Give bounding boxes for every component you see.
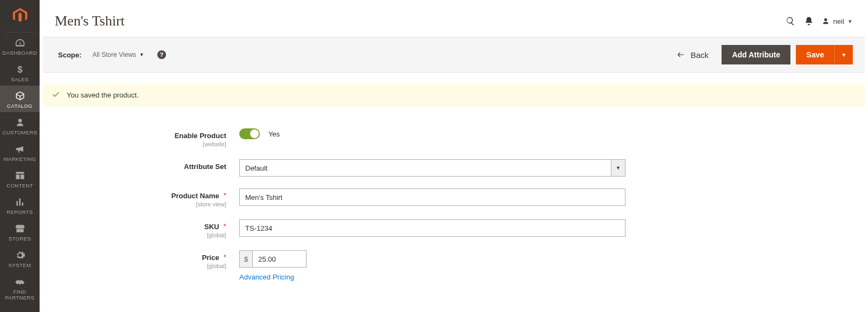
price-input[interactable] <box>252 250 307 268</box>
enable-product-value: Yes <box>269 130 280 138</box>
sidebar-item-customers[interactable]: CUSTOMERS <box>0 112 40 139</box>
sidebar-label: CATALOG <box>7 103 33 109</box>
magento-logo-icon <box>12 7 28 23</box>
scope-help-icon[interactable]: ? <box>157 50 166 59</box>
store-icon <box>15 223 25 235</box>
sidebar-item-dashboard[interactable]: DASHBOARD <box>0 32 40 59</box>
attribute-set-value: Default <box>239 159 611 177</box>
sidebar-item-content[interactable]: CONTENT <box>0 165 40 192</box>
sidebar-item-reports[interactable]: REPORTS <box>0 192 40 218</box>
sidebar-label: STORES <box>9 236 31 242</box>
page-title: Men's Tshirt <box>55 13 781 29</box>
page-header: Men's Tshirt neil ▼ <box>40 0 868 37</box>
success-message: You saved the product. <box>43 83 865 107</box>
required-star: * <box>224 222 226 230</box>
bar-chart-icon <box>15 196 25 208</box>
user-icon <box>821 17 830 25</box>
handshake-icon <box>15 276 25 288</box>
price-currency: $ <box>239 250 252 268</box>
sidebar-item-system[interactable]: SYSTEM <box>0 245 40 271</box>
save-button[interactable]: Save <box>796 45 834 64</box>
sidebar-label: SALES <box>11 76 29 82</box>
action-bar: Scope: All Store Views ▼ ? Back Add Attr… <box>43 37 865 73</box>
scope-label: Scope: <box>58 51 81 59</box>
sidebar-item-sales[interactable]: $ SALES <box>0 59 40 86</box>
sidebar-label: MARKETING <box>3 156 36 162</box>
sku-scope: [global] <box>55 232 226 238</box>
advanced-pricing-link[interactable]: Advanced Pricing <box>239 273 294 281</box>
required-star: * <box>224 253 226 261</box>
attribute-set-label: Attribute Set <box>184 162 226 171</box>
svg-text:$: $ <box>17 64 23 75</box>
sidebar-label: CUSTOMERS <box>2 129 37 135</box>
dollar-icon: $ <box>15 63 25 75</box>
enable-product-scope: [website] <box>55 141 226 147</box>
caret-down-icon: ▼ <box>616 165 621 171</box>
product-name-input[interactable] <box>239 188 626 206</box>
price-scope: [global] <box>55 263 226 269</box>
enable-product-toggle[interactable] <box>239 128 260 139</box>
product-name-label: Product Name <box>171 192 219 200</box>
person-icon <box>15 116 25 128</box>
success-message-text: You saved the product. <box>67 91 139 99</box>
sku-input[interactable] <box>239 219 626 237</box>
enable-product-label: Enable Product <box>175 132 226 140</box>
sidebar-label: FIND PARTNERS <box>0 289 40 301</box>
gear-icon <box>15 249 25 261</box>
megaphone-icon <box>15 143 25 155</box>
sidebar-label: SYSTEM <box>9 262 31 268</box>
arrow-left-icon <box>676 50 685 59</box>
sidebar-item-find-partners[interactable]: FIND PARTNERS <box>0 271 40 304</box>
caret-down-icon: ▼ <box>841 52 847 58</box>
caret-down-icon: ▼ <box>139 52 144 57</box>
sidebar-item-marketing[interactable]: MARKETING <box>0 139 40 165</box>
box-icon <box>15 90 25 102</box>
sidebar-label: CONTENT <box>7 183 33 188</box>
back-label: Back <box>691 50 709 60</box>
search-icon[interactable] <box>781 16 800 26</box>
sidebar-label: DASHBOARD <box>3 50 37 56</box>
sidebar: DASHBOARD $ SALES CATALOG CUSTOMERS MARK… <box>0 0 40 312</box>
attribute-set-dropdown-button[interactable]: ▼ <box>611 159 626 177</box>
scope-selector[interactable]: All Store Views ▼ <box>92 51 144 58</box>
product-name-scope: [store view] <box>55 201 226 207</box>
user-menu[interactable]: neil ▼ <box>821 17 853 25</box>
add-attribute-button[interactable]: Add Attribute <box>722 45 790 64</box>
back-button[interactable]: Back <box>676 50 709 60</box>
chevron-down-icon: ▼ <box>847 18 853 24</box>
save-options-toggle[interactable]: ▼ <box>834 45 853 64</box>
gauge-icon <box>15 37 25 49</box>
product-form: Enable Product [website] Yes Attribute S… <box>40 107 868 293</box>
sidebar-item-catalog[interactable]: CATALOG <box>0 86 40 112</box>
scope-value-text: All Store Views <box>92 51 136 58</box>
price-label: Price <box>202 253 219 262</box>
attribute-set-select[interactable]: Default ▼ <box>239 159 626 177</box>
notifications-icon[interactable] <box>800 16 818 26</box>
magento-logo[interactable] <box>4 0 35 32</box>
sidebar-label: REPORTS <box>7 209 33 215</box>
sku-label: SKU <box>204 223 219 231</box>
sidebar-item-stores[interactable]: STORES <box>0 218 40 245</box>
user-name: neil <box>833 17 844 25</box>
check-icon <box>52 90 60 100</box>
layout-icon <box>15 170 25 181</box>
required-star: * <box>224 191 226 199</box>
